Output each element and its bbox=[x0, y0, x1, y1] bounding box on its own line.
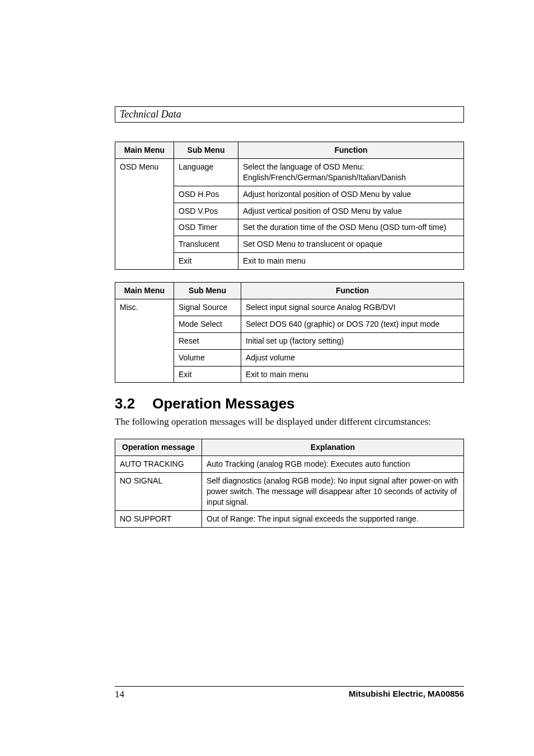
cell-sub: Translucent bbox=[174, 236, 238, 253]
cell-sub: Signal Source bbox=[174, 299, 241, 316]
cell-fn: Select the language of OSD Menu: English… bbox=[238, 158, 464, 186]
cell-fn: Exit to main menu bbox=[241, 366, 464, 383]
cell-op: NO SIGNAL bbox=[115, 473, 202, 511]
th-explanation: Explanation bbox=[202, 439, 464, 456]
cell-fn: Set OSD Menu to translucent or opaque bbox=[238, 236, 464, 253]
cell-op: AUTO TRACKING bbox=[115, 456, 202, 473]
table-osd-menu: Main Menu Sub Menu Function OSD Menu Lan… bbox=[115, 142, 464, 270]
cell-fn: Adjust horizontal position of OSD Menu b… bbox=[238, 186, 464, 203]
cell-sub: OSD Timer bbox=[174, 219, 238, 236]
table-row: NO SUPPORT Out of Range: The input signa… bbox=[115, 510, 464, 527]
cell-group: OSD Menu bbox=[115, 158, 174, 269]
cell-sub: OSD V.Pos bbox=[174, 203, 238, 219]
cell-sub: Exit bbox=[174, 253, 238, 270]
cell-fn: Initial set up (factory setting) bbox=[241, 332, 464, 349]
th-sub-menu: Sub Menu bbox=[174, 142, 238, 159]
cell-fn: Select DOS 640 (graphic) or DOS 720 (tex… bbox=[241, 316, 464, 332]
table-header-row: Operation message Explanation bbox=[115, 439, 464, 456]
cell-fn: Adjust volume bbox=[241, 349, 464, 366]
footer: 14 Mitsubishi Electric, MA00856 bbox=[115, 686, 464, 700]
cell-exp: Self diagnostics (analog RGB mode): No i… bbox=[202, 473, 464, 511]
table-header-row: Main Menu Sub Menu Function bbox=[115, 142, 464, 159]
cell-fn: Exit to main menu bbox=[238, 253, 464, 270]
cell-group: Misc. bbox=[115, 299, 174, 383]
heading-number: 3.2 bbox=[115, 395, 148, 412]
th-function: Function bbox=[238, 142, 464, 159]
cell-op: NO SUPPORT bbox=[115, 510, 202, 527]
th-main-menu: Main Menu bbox=[115, 283, 174, 299]
table-row: NO SIGNAL Self diagnostics (analog RGB m… bbox=[115, 473, 464, 511]
section-header-text: Technical Data bbox=[120, 109, 181, 120]
cell-sub: Language bbox=[174, 158, 238, 186]
table-row: Misc. Signal Source Select input signal … bbox=[115, 299, 464, 316]
page-number: 14 bbox=[115, 689, 124, 700]
cell-fn: Select input signal source Analog RGB/DV… bbox=[241, 299, 464, 316]
table-operation-messages: Operation message Explanation AUTO TRACK… bbox=[115, 439, 464, 527]
cell-sub: Exit bbox=[174, 366, 241, 383]
cell-exp: Auto Tracking (analog RGB mode): Execute… bbox=[202, 456, 464, 473]
th-function: Function bbox=[241, 283, 464, 299]
page: Technical Data Main Menu Sub Menu Functi… bbox=[0, 0, 534, 756]
table-header-row: Main Menu Sub Menu Function bbox=[115, 283, 464, 299]
cell-sub: Volume bbox=[174, 349, 241, 366]
cell-fn: Set the duration time of the OSD Menu (O… bbox=[238, 219, 464, 236]
cell-sub: Mode Select bbox=[174, 316, 241, 332]
cell-sub: Reset bbox=[174, 332, 241, 349]
heading-title: Operation Messages bbox=[152, 395, 294, 412]
th-sub-menu: Sub Menu bbox=[174, 283, 241, 299]
cell-sub: OSD H.Pos bbox=[174, 186, 238, 203]
section-header: Technical Data bbox=[115, 106, 464, 123]
cell-exp: Out of Range: The input signal exceeds t… bbox=[202, 510, 464, 527]
table-misc: Main Menu Sub Menu Function Misc. Signal… bbox=[115, 282, 464, 383]
th-main-menu: Main Menu bbox=[115, 142, 174, 159]
doc-identifier: Mitsubishi Electric, MA00856 bbox=[349, 689, 464, 700]
table-row: AUTO TRACKING Auto Tracking (analog RGB … bbox=[115, 456, 464, 473]
table-row: OSD Menu Language Select the language of… bbox=[115, 158, 464, 186]
th-operation-message: Operation message bbox=[115, 439, 202, 456]
heading-operation-messages: 3.2 Operation Messages bbox=[115, 395, 464, 412]
cell-fn: Adjust vertical position of OSD Menu by … bbox=[238, 203, 464, 219]
intro-paragraph: The following operation messages will be… bbox=[115, 416, 464, 429]
